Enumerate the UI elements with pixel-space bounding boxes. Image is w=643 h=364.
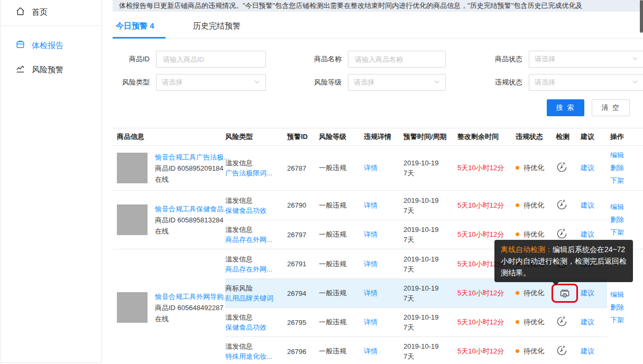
tab-count: 4 <box>150 21 154 30</box>
edit-link[interactable]: 编辑 <box>610 288 643 301</box>
product-name-input[interactable] <box>354 55 440 64</box>
risk-level-select[interactable]: 请选择 <box>348 74 446 91</box>
suggest-link[interactable]: 建议 <box>581 318 594 326</box>
alert-id-cell: 26787 <box>287 164 319 172</box>
clock-history-icon[interactable] <box>556 344 568 357</box>
main-content: 体检报告每日更新店铺商品的违规情况。"今日预警"包含您店铺检测出需要在整改结束时… <box>113 0 643 364</box>
risk-detail-link[interactable]: 商品存在外网... <box>225 264 287 274</box>
product-status-select[interactable]: 请选择 <box>529 51 643 68</box>
edit-link[interactable]: 编辑 <box>610 149 643 162</box>
alert-time-cell: 2019-10-197天 <box>403 225 457 245</box>
violation-detail-cell: 详情 <box>364 163 403 173</box>
alert-date-text: 2019-10-19 <box>403 225 457 235</box>
suggest-cell: 建议 <box>581 288 607 298</box>
remaining-time-cell: 5天10小时12分 <box>457 230 516 239</box>
detail-link[interactable]: 详情 <box>364 230 378 238</box>
detail-link[interactable]: 详情 <box>364 347 378 355</box>
delete-link[interactable]: 删除 <box>610 301 643 314</box>
alert-time-cell: 2019-10-197天 <box>403 158 457 178</box>
risk-type-text: 滥发信息 <box>225 195 287 206</box>
sidebar-divider <box>1 25 102 26</box>
chevron-down-icon <box>632 55 638 63</box>
violation-status-cell: 待优化 <box>516 163 556 173</box>
detail-link[interactable]: 详情 <box>364 201 378 209</box>
risk-type-cell: 滥发信息广告法极限词... <box>225 158 287 178</box>
clock-history-icon[interactable] <box>556 199 568 211</box>
alert-cycle-text: 7天 <box>403 351 457 361</box>
alert-date-text: 2019-10-19 <box>403 312 457 322</box>
risk-type-cell: 滥发信息保健食品功效 <box>225 195 287 216</box>
delete-link[interactable]: 删除 <box>610 213 643 226</box>
sidebar-item-risk[interactable]: 风险预警 <box>1 58 102 82</box>
sidebar-item-home[interactable]: 首页 <box>1 0 102 24</box>
offline-detect-icon[interactable] <box>558 287 571 300</box>
risk-type-text: 商标风险 <box>225 283 287 293</box>
product-id-input[interactable] <box>162 55 260 64</box>
violation-status-cell: 待优化 <box>516 230 556 239</box>
col-header-actions: 操作 <box>607 132 643 142</box>
suggest-link[interactable]: 建议 <box>581 289 594 297</box>
alert-cycle-text: 7天 <box>403 293 457 303</box>
col-header-remaining-time: 整改剩余时间 <box>457 132 516 142</box>
search-button[interactable]: 搜 索 <box>547 99 585 116</box>
product-name-link[interactable]: 愉音合规工具广告法极... <box>155 152 225 163</box>
product-id-text: 商品ID 605648492287 <box>155 302 225 313</box>
suggest-link[interactable]: 建议 <box>581 230 594 238</box>
sidebar-item-report[interactable]: 体检报告 <box>1 33 102 58</box>
alert-row: 滥发信息特殊用途化妆...26796一般违规详情2019-10-197天5天10… <box>225 337 607 364</box>
alert-id-cell: 26794 <box>287 290 319 297</box>
unshelve-link[interactable]: 下架 <box>610 226 643 239</box>
risk-detail-link[interactable]: 保健食品功效 <box>225 322 287 332</box>
risk-level-cell: 一般违规 <box>319 288 364 298</box>
status-text: 待优化 <box>523 201 544 209</box>
detail-link[interactable]: 详情 <box>364 260 378 268</box>
detail-link[interactable]: 详情 <box>364 289 378 297</box>
clock-history-icon[interactable] <box>556 315 568 328</box>
detail-link[interactable]: 详情 <box>364 164 378 172</box>
detect-cell <box>556 315 581 329</box>
col-header-product-info: 商品信息 <box>113 132 225 142</box>
risk-detail-link[interactable]: 乱用品牌关键词 <box>225 293 287 303</box>
filter-label-risk-level: 风险等级 <box>299 78 348 87</box>
filter-label-product-name: 商品名称 <box>299 54 348 64</box>
detail-link[interactable]: 详情 <box>364 318 378 326</box>
risk-detail-link[interactable]: 商品存在外网... <box>225 235 287 245</box>
scrollbar-thumb[interactable] <box>640 0 643 33</box>
violation-status-cell: 待优化 <box>516 288 556 298</box>
delete-link[interactable]: 删除 <box>610 162 643 174</box>
product-name-link[interactable]: 愉音合规工具保健食品... <box>155 203 225 214</box>
sidebar-item-label: 首页 <box>32 7 48 17</box>
trend-chart-icon <box>15 64 25 76</box>
risk-level-cell: 一般违规 <box>319 163 364 173</box>
alert-id-cell: 26791 <box>287 260 319 268</box>
alert-date-text: 2019-10-19 <box>403 195 457 206</box>
product-image <box>117 153 148 183</box>
edit-link[interactable]: 编辑 <box>610 201 643 213</box>
status-text: 待优化 <box>523 164 544 172</box>
risk-type-cell: 滥发信息特殊用途化妆... <box>225 341 287 361</box>
risk-detail-link[interactable]: 特殊用途化妆... <box>225 351 287 361</box>
chevron-down-icon <box>434 79 440 87</box>
risk-detail-link[interactable]: 广告法极限词... <box>225 168 287 178</box>
suggest-link[interactable]: 建议 <box>581 347 594 355</box>
product-name-link[interactable]: 愉音合规工具外网导购... <box>155 291 225 302</box>
clock-history-icon[interactable] <box>556 228 568 240</box>
suggest-link[interactable]: 建议 <box>581 201 594 209</box>
risk-type-select[interactable]: 请选择 <box>156 74 266 91</box>
col-header-alert-id: 预警ID <box>287 132 319 142</box>
status-dot <box>516 291 519 295</box>
tab-history-alerts[interactable]: 历史完结预警 <box>190 15 244 38</box>
product-info-cell: 愉音合规工具外网导购...商品ID 605648492287在线 <box>113 291 225 324</box>
violation-status-select[interactable]: 请选择 <box>529 74 643 91</box>
risk-detail-link[interactable]: 保健食品功效 <box>225 206 287 216</box>
suggest-link[interactable]: 建议 <box>581 164 594 172</box>
unshelve-link[interactable]: 下架 <box>610 314 643 326</box>
report-icon <box>15 40 25 51</box>
alert-cycle-text: 7天 <box>403 264 457 274</box>
actions-cell: 编辑删除下架 <box>607 149 643 187</box>
risk-level-cell: 一般违规 <box>319 259 364 269</box>
clear-button[interactable]: 清 空 <box>592 99 630 116</box>
tab-today-alerts[interactable]: 今日预警 4 <box>113 15 167 38</box>
clock-history-icon[interactable] <box>556 161 568 173</box>
unshelve-link[interactable]: 下架 <box>610 174 643 187</box>
